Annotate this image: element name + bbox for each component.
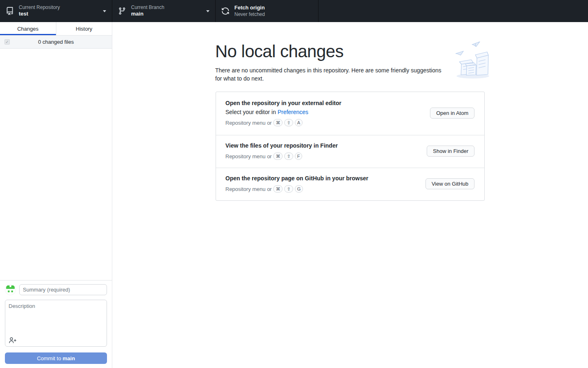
kbd-shift: ⇧	[284, 119, 293, 126]
suggestion-open-editor: Open the repository in your external edi…	[216, 92, 484, 135]
chevron-down-icon	[206, 10, 209, 12]
current-branch-label: Current Branch	[131, 4, 164, 11]
kbd-letter: F	[295, 153, 303, 160]
main-content: No local changes There are no uncommitte…	[112, 22, 588, 368]
toolbar: Current Repository test Current Branch m…	[0, 0, 588, 22]
current-branch-value: main	[131, 11, 164, 18]
changed-files-row: ✓ 0 changed files	[0, 36, 112, 49]
fetch-origin-label: Fetch origin	[234, 4, 265, 11]
toolbar-spacer	[318, 0, 588, 22]
fetch-origin-status: Never fetched	[234, 11, 265, 18]
kbd-cmd: ⌘	[273, 119, 283, 126]
current-branch-button[interactable]: Current Branch main	[112, 0, 216, 22]
tab-history[interactable]: History	[56, 22, 112, 35]
preferences-link[interactable]: Preferences	[278, 109, 308, 115]
suggestion-view-github: Open the repository page on GitHub in yo…	[216, 168, 484, 200]
suggestion-title: Open the repository page on GitHub in yo…	[225, 175, 368, 182]
sidebar-tabs: Changes History	[0, 22, 112, 36]
show-in-finder-button[interactable]: Show in Finder	[427, 146, 474, 157]
shortcut-prefix: Repository menu or	[225, 120, 272, 126]
shortcut-prefix: Repository menu or	[225, 186, 272, 192]
repo-icon	[6, 7, 14, 15]
suggestions-list: Open the repository in your external edi…	[216, 92, 485, 201]
commit-form: Commit to main	[0, 280, 112, 368]
changed-files-count: 0 changed files	[0, 39, 112, 45]
suggestion-shortcut: Repository menu or ⌘ ⇧ F	[225, 153, 338, 160]
suggestion-subtitle: Select your editor in Preferences	[225, 109, 341, 115]
suggestion-title: Open the repository in your external edi…	[225, 100, 341, 106]
open-in-atom-button[interactable]: Open in Atom	[430, 108, 474, 119]
kbd-cmd: ⌘	[273, 185, 283, 193]
kbd-letter: G	[295, 185, 303, 193]
current-repository-button[interactable]: Current Repository test	[0, 0, 112, 22]
current-repository-value: test	[19, 11, 60, 18]
page-subtitle: There are no uncommitted changes in this…	[215, 67, 442, 83]
kbd-cmd: ⌘	[273, 153, 283, 160]
tab-changes[interactable]: Changes	[0, 22, 56, 35]
kbd-shift: ⇧	[284, 185, 293, 193]
description-box	[5, 300, 107, 347]
sync-icon	[221, 7, 229, 15]
commit-button-prefix: Commit to	[37, 355, 62, 361]
add-coauthor-icon[interactable]	[9, 337, 17, 344]
kbd-shift: ⇧	[284, 153, 293, 160]
select-all-checkbox[interactable]: ✓	[4, 39, 10, 45]
suggestion-title: View the files of your repository in Fin…	[225, 142, 338, 149]
page-title: No local changes	[215, 42, 444, 61]
view-on-github-button[interactable]: View on GitHub	[425, 178, 474, 189]
suggestion-show-finder: View the files of your repository in Fin…	[216, 135, 484, 168]
kbd-letter: A	[295, 119, 303, 126]
suggestion-shortcut: Repository menu or ⌘ ⇧ A	[225, 119, 341, 126]
current-repository-label: Current Repository	[19, 4, 60, 11]
fetch-origin-button[interactable]: Fetch origin Never fetched	[216, 0, 318, 22]
commit-button-branch: main	[62, 355, 75, 361]
empty-state-illustration	[452, 40, 492, 81]
chevron-down-icon	[103, 10, 106, 12]
suggestion-subtitle-text: Select your editor in	[225, 109, 278, 115]
sidebar: Changes History ✓ 0 changed files	[0, 22, 112, 368]
avatar	[5, 284, 16, 295]
git-branch-icon	[118, 7, 126, 15]
summary-input[interactable]	[19, 284, 107, 295]
suggestion-shortcut: Repository menu or ⌘ ⇧ G	[225, 185, 368, 193]
commit-button[interactable]: Commit to main	[5, 352, 107, 364]
shortcut-prefix: Repository menu or	[225, 153, 272, 159]
description-input[interactable]	[5, 300, 107, 336]
